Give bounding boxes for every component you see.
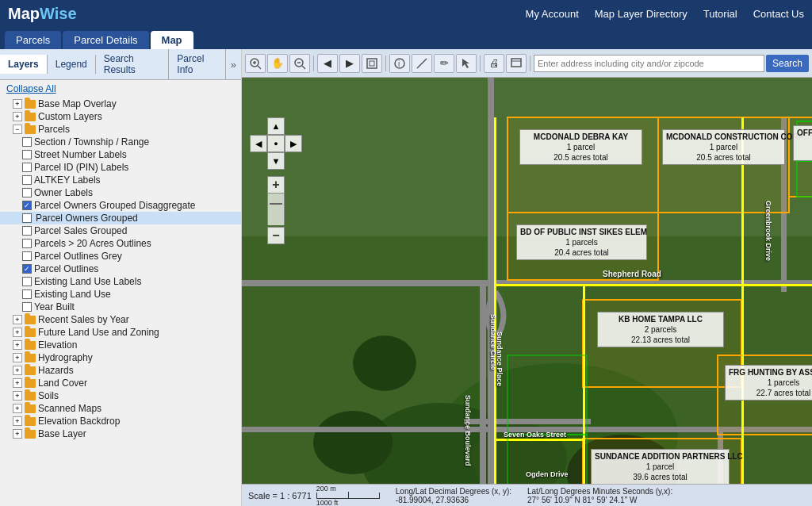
pan-north-button[interactable]: ▲ <box>267 117 285 135</box>
layer-recent-sales[interactable]: + Recent Sales by Year <box>0 313 241 326</box>
zoom-in-nav-button[interactable]: + <box>267 176 285 194</box>
checkbox-icon[interactable] <box>22 277 32 286</box>
draw-button[interactable]: ✏ <box>434 54 454 73</box>
sub-tab-search-results[interactable]: Search Results <box>96 49 170 79</box>
checkbox-icon[interactable] <box>22 188 32 197</box>
checkbox-icon[interactable] <box>22 302 32 312</box>
toolbar-separator-3 <box>480 56 481 71</box>
sub-tab-parcel-info[interactable]: Parcel Info <box>169 49 225 79</box>
layer-soils[interactable]: + Soils <box>0 389 241 402</box>
map-canvas[interactable]: MCDONALD DEBRA KAY1 parcel20.5 acres tot… <box>242 78 812 484</box>
layer-label: Recent Sales by Year <box>38 314 129 325</box>
layer-existing-land-use-labels[interactable]: Existing Land Use Labels <box>0 275 241 288</box>
layer-hazards[interactable]: + Hazards <box>0 364 241 377</box>
pan-east-button[interactable]: ▶ <box>285 135 302 152</box>
scale-ft-label: 1000 ft <box>316 499 339 507</box>
checkbox-icon[interactable] <box>22 251 32 261</box>
layer-scanned-maps[interactable]: + Scanned Maps <box>0 402 241 415</box>
collapse-panel-button[interactable]: » <box>226 56 241 73</box>
nav-tutorial[interactable]: Tutorial <box>703 8 737 20</box>
toggle-plus-icon: + <box>13 366 22 375</box>
layer-elevation[interactable]: + Elevation <box>0 339 241 351</box>
layer-label: ALTKEY Labels <box>34 174 101 186</box>
folder-icon <box>25 100 36 109</box>
tab-map[interactable]: Map <box>151 31 193 49</box>
zoom-out-button[interactable] <box>289 54 310 73</box>
toggle-plus-icon: + <box>13 340 22 350</box>
tab-parcel-details[interactable]: Parcel Details <box>63 31 148 49</box>
toggle-plus-icon: + <box>13 112 22 121</box>
layer-base-map-overlay[interactable]: + Base Map Overlay <box>0 98 241 110</box>
layer-base-layer[interactable]: + Base Layer <box>0 427 241 440</box>
checkbox-icon[interactable] <box>22 289 32 299</box>
checkbox-checked-icon[interactable] <box>22 264 32 274</box>
address-input[interactable] <box>534 55 764 72</box>
address-search-button[interactable]: Search <box>766 55 809 72</box>
select-button[interactable] <box>456 54 477 73</box>
svg-rect-7 <box>367 59 377 68</box>
layer-elevation-backdrop[interactable]: + Elevation Backdrop <box>0 415 241 427</box>
layer-custom-layers[interactable]: + Custom Layers <box>0 110 241 123</box>
print-button[interactable]: 🖨 <box>484 54 504 73</box>
top-navigation: MapWise My Account Map Layer Directory T… <box>0 0 812 27</box>
checkbox-checked-icon[interactable] <box>22 201 32 210</box>
back-button[interactable]: ◀ <box>317 54 338 73</box>
layer-street-number[interactable]: Street Number Labels <box>0 148 241 161</box>
zoom-out-nav-button[interactable]: − <box>267 227 285 244</box>
identify-button[interactable]: i <box>389 54 410 73</box>
layer-parcel-id[interactable]: Parcel ID (PIN) Labels <box>0 161 241 174</box>
zoom-slider-track <box>267 194 285 225</box>
layer-label: Parcel ID (PIN) Labels <box>34 162 128 173</box>
road-label-sundance-blvd: Sundance Boulevard <box>464 395 472 466</box>
pan-south-button[interactable]: ▼ <box>267 152 285 170</box>
tab-parcels[interactable]: Parcels <box>5 31 61 49</box>
layer-parcel-owners-grouped[interactable]: Parcel Owners Grouped <box>0 212 241 224</box>
latlong-label: Lat/Long Degrees Minutes Seconds (y,x): <box>527 487 672 496</box>
layer-label: Soils <box>38 390 59 401</box>
layer-label: Base Layer <box>38 428 86 439</box>
layer-year-built[interactable]: Year Built <box>0 301 241 313</box>
layer-section-township[interactable]: Section / Township / Range <box>0 136 241 148</box>
layer-parcel-outlines[interactable]: Parcel Outlines <box>0 263 241 275</box>
collapse-all-link[interactable]: Collapse All <box>0 80 241 98</box>
sub-tab-legend[interactable]: Legend <box>48 55 96 74</box>
measure-button[interactable] <box>412 54 432 73</box>
folder-icon <box>25 379 36 388</box>
pan-west-button[interactable]: ◀ <box>250 135 267 152</box>
layer-parcel-owners-grouped-disagg[interactable]: Parcel Owners Grouped Disaggregate <box>0 199 241 212</box>
checkbox-icon[interactable] <box>22 137 32 147</box>
forward-button[interactable]: ▶ <box>339 54 360 73</box>
layer-land-cover[interactable]: + Land Cover <box>0 377 241 389</box>
layer-parcels-20-acres[interactable]: Parcels > 20 Acres Outlines <box>0 237 241 250</box>
layer-label: Base Map Overlay <box>38 98 117 109</box>
checkbox-icon[interactable] <box>22 175 32 185</box>
svg-rect-14 <box>511 59 521 67</box>
zoom-in-button[interactable] <box>245 54 266 73</box>
layer-altkey[interactable]: ALTKEY Labels <box>0 174 241 186</box>
pan-button[interactable]: ✋ <box>267 54 288 73</box>
road-label-ogden: Ogden Drive <box>526 470 569 478</box>
layer-future-land-use[interactable]: + Future Land Use and Zoning <box>0 326 241 339</box>
nav-map-layer-directory[interactable]: Map Layer Directory <box>595 8 688 20</box>
folder-icon <box>25 430 36 439</box>
export-button[interactable] <box>506 54 527 73</box>
layer-hydrography[interactable]: + Hydrography <box>0 351 241 364</box>
layer-label: Owner Labels <box>34 187 93 198</box>
sub-tab-layers[interactable]: Layers <box>0 55 48 74</box>
layer-owner-labels[interactable]: Owner Labels <box>0 186 241 199</box>
sub-tabs: Layers Legend Search Results Parcel Info… <box>0 49 241 80</box>
nav-my-account[interactable]: My Account <box>526 8 579 20</box>
parcel-label-kb-home: KB HOME TAMPA LLC2 parcels22.13 acres to… <box>597 312 724 347</box>
layer-parcel-outlines-grey[interactable]: Parcel Outlines Grey <box>0 250 241 263</box>
nav-contact-us[interactable]: Contact Us <box>753 8 804 20</box>
layer-parcels-group[interactable]: − Parcels <box>0 123 241 136</box>
layer-existing-land-use[interactable]: Existing Land Use <box>0 288 241 301</box>
checkbox-icon[interactable] <box>22 226 32 236</box>
checkbox-icon[interactable] <box>22 163 32 172</box>
checkbox-icon[interactable] <box>22 150 32 159</box>
zoom-extent-button[interactable] <box>362 54 382 73</box>
checkbox-icon[interactable] <box>22 239 32 248</box>
layer-parcel-sales-grouped[interactable]: Parcel Sales Grouped <box>0 224 241 237</box>
pan-center-button[interactable]: ● <box>267 135 285 152</box>
checkbox-icon[interactable] <box>22 213 32 223</box>
